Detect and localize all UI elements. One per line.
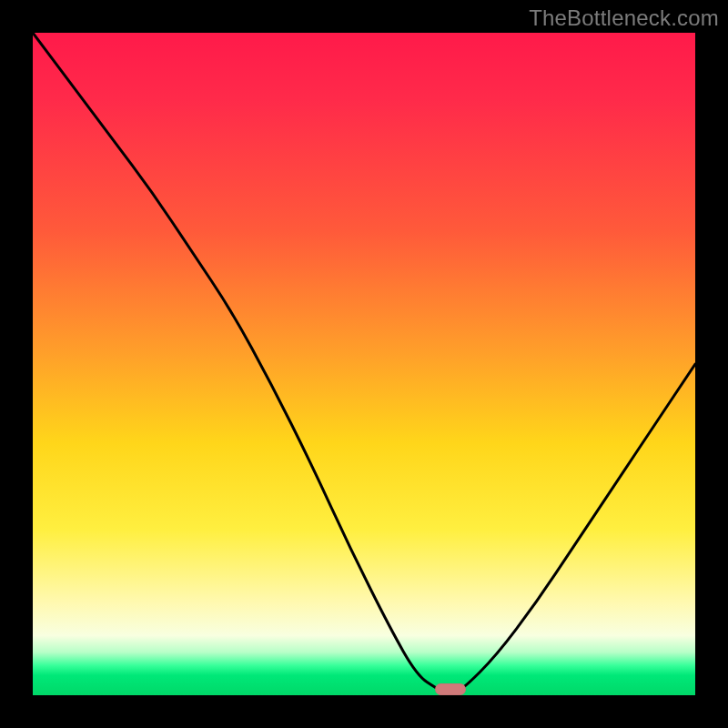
watermark-text: TheBottleneck.com bbox=[529, 5, 719, 31]
optimum-marker bbox=[435, 683, 466, 695]
bottleneck-curve bbox=[33, 33, 695, 695]
chart-frame: TheBottleneck.com bbox=[0, 0, 728, 728]
plot-area bbox=[33, 33, 695, 695]
